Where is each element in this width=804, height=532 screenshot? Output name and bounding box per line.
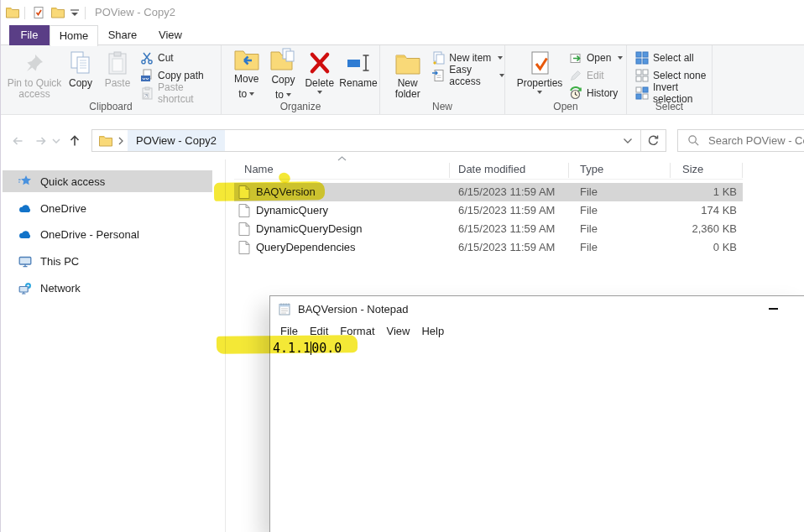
new-group-label: New <box>380 101 504 112</box>
open-button[interactable]: Open <box>566 49 624 66</box>
sidebar-item-label: OneDrive - Personal <box>40 228 139 241</box>
column-header-date-modified[interactable]: Date modified <box>458 163 525 175</box>
file-size: 2,360 KB <box>637 222 737 235</box>
copy-to-button[interactable]: Copy to <box>264 45 301 101</box>
window-title: POView - Copy2 <box>95 6 175 18</box>
tab-share[interactable]: Share <box>98 25 147 45</box>
delete-icon <box>308 48 332 78</box>
tab-file[interactable]: File <box>9 25 50 45</box>
move-to-label: Move to <box>234 73 258 100</box>
history-button[interactable]: History <box>566 84 624 102</box>
new-item-label: New item <box>449 52 491 64</box>
paste-shortcut-button[interactable]: Paste shortcut <box>137 84 217 102</box>
file-size: 1 KB <box>637 185 737 198</box>
address-bar[interactable]: POView - Copy2 <box>91 129 666 152</box>
menu-edit[interactable]: Edit <box>304 325 334 337</box>
file-type: File <box>580 185 598 198</box>
paste-button[interactable]: Paste <box>98 45 137 101</box>
back-icon[interactable] <box>8 129 28 152</box>
tab-home[interactable]: Home <box>50 25 98 46</box>
qat-customize-icon[interactable] <box>70 9 80 17</box>
properties-label: Properties <box>517 78 563 89</box>
sidebar-item-onedrive[interactable]: OneDrive <box>3 197 212 219</box>
cut-button[interactable]: Cut <box>137 49 217 66</box>
ribbon-group-clipboard: Pin to Quick access Copy Paste <box>1 45 222 114</box>
delete-caret-icon <box>317 91 322 94</box>
column-separator[interactable] <box>568 163 569 178</box>
open-icon <box>569 51 582 65</box>
address-bar-row: POView - Copy2 <box>1 115 804 159</box>
rename-button[interactable]: Rename <box>337 45 379 101</box>
open-group-label: Open <box>505 101 626 112</box>
menu-view[interactable]: View <box>381 325 416 337</box>
pin-to-quick-access-label: Pin to Quick access <box>8 78 62 100</box>
network-icon <box>18 281 32 295</box>
file-icon <box>238 204 250 217</box>
sidebar-item-label: Quick access <box>40 175 105 188</box>
menu-file[interactable]: File <box>274 325 304 337</box>
notepad-menubar: File Edit Format View Help <box>270 321 804 340</box>
qat-separator <box>85 7 86 19</box>
notepad-text-area[interactable]: 4.1.100.0 <box>270 340 804 532</box>
menu-help[interactable]: Help <box>415 325 450 337</box>
edit-label: Edit <box>587 70 604 81</box>
ribbon-tab-row: File Home Share View <box>1 25 804 45</box>
column-header-size[interactable]: Size <box>682 163 703 175</box>
sidebar-item-quick-access[interactable]: Quick access <box>3 170 212 192</box>
rename-icon <box>346 48 371 78</box>
column-header-type[interactable]: Type <box>580 163 603 175</box>
notepad-titlebar[interactable]: BAQVersion - Notepad <box>270 296 804 321</box>
column-header-name[interactable]: Name <box>244 163 274 175</box>
delete-button[interactable]: Delete <box>302 45 337 101</box>
refresh-icon[interactable] <box>640 130 666 151</box>
sidebar-item-onedrive-personal[interactable]: OneDrive - Personal <box>3 223 212 245</box>
table-row[interactable]: DynamicQueryDesign 6/15/2023 11:59 AM Fi… <box>234 220 743 238</box>
pin-to-quick-access-button[interactable]: Pin to Quick access <box>6 45 63 101</box>
qat-folder-icon[interactable] <box>51 6 65 18</box>
edit-button[interactable]: Edit <box>566 66 624 84</box>
open-caret-icon <box>618 56 623 60</box>
table-row[interactable]: BAQVersion 6/15/2023 11:59 AM File 1 KB <box>234 183 743 201</box>
invert-selection-button[interactable]: Invert selection <box>632 84 712 102</box>
file-type: File <box>580 204 598 216</box>
file-icon <box>238 185 250 199</box>
sidebar-item-this-pc[interactable]: This PC <box>3 250 212 272</box>
delete-label: Delete <box>305 78 334 89</box>
minimize-icon <box>769 308 778 310</box>
tab-view[interactable]: View <box>147 25 194 45</box>
explorer-titlebar: POView - Copy2 <box>1 0 804 25</box>
column-separator[interactable] <box>670 163 671 178</box>
move-to-button[interactable]: Move to <box>228 45 264 101</box>
table-row[interactable]: QueryDependencies 6/15/2023 11:59 AM Fil… <box>234 238 743 257</box>
breadcrumb-chevron-icon <box>117 137 124 145</box>
sidebar-item-network[interactable]: Network <box>3 277 212 299</box>
column-separator[interactable] <box>449 163 450 178</box>
new-item-caret-icon <box>498 56 503 60</box>
file-name: QueryDependencies <box>256 241 356 253</box>
file-date: 6/15/2023 11:59 AM <box>458 222 555 235</box>
easy-access-button[interactable]: Easy access <box>428 66 504 84</box>
sidebar-item-label: OneDrive <box>40 202 86 215</box>
select-all-button[interactable]: Select all <box>632 49 712 66</box>
paste-icon <box>106 48 129 78</box>
move-to-caret-icon <box>249 92 254 96</box>
screenshot-stage: POView - Copy2 File Home Share View Pin … <box>0 0 804 532</box>
notepad-window: BAQVersion - Notepad File Edit Format Vi… <box>269 295 804 532</box>
ribbon-group-organize: Move to Copy to Delete <box>222 45 380 114</box>
up-icon[interactable] <box>65 129 85 152</box>
address-dropdown-icon[interactable] <box>616 130 640 151</box>
column-separator[interactable] <box>742 163 743 178</box>
recent-locations-icon[interactable] <box>50 129 63 152</box>
easy-access-caret-icon <box>499 74 504 77</box>
edit-icon <box>569 69 582 82</box>
copy-button[interactable]: Copy <box>63 45 98 101</box>
properties-check-icon[interactable] <box>32 6 45 19</box>
table-row[interactable]: DynamicQuery 6/15/2023 11:59 AM File 174… <box>234 201 743 220</box>
forward-icon[interactable] <box>31 129 51 152</box>
menu-format[interactable]: Format <box>334 325 380 337</box>
minimize-button[interactable] <box>754 296 792 321</box>
new-folder-button[interactable]: New folder <box>387 45 428 101</box>
select-all-label: Select all <box>653 52 694 64</box>
properties-button[interactable]: Properties <box>514 45 566 101</box>
breadcrumb[interactable]: POView - Copy2 <box>128 130 225 151</box>
